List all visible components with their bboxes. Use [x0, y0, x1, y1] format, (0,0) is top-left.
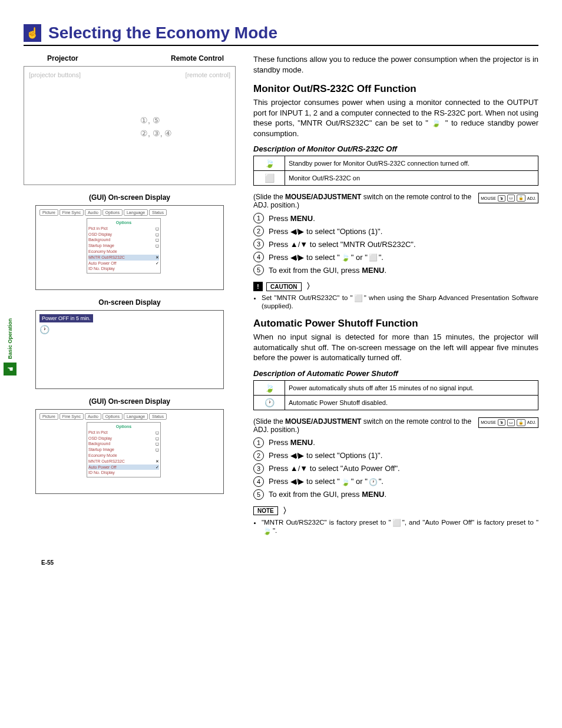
- osd-tab: Audio: [85, 413, 101, 420]
- section1-row2: Monitor Out/RS-232C on: [285, 171, 538, 186]
- osd-menu-title-2: Options: [88, 424, 159, 430]
- osd-menu-item: MNTR Out/RS232C✕: [88, 459, 159, 465]
- note-label: NOTE: [253, 506, 278, 515]
- osd-tab: Options: [103, 413, 123, 420]
- osd-menu-item: Pict in Pict◻: [88, 430, 159, 436]
- page-title: Selecting the Economy Mode: [48, 24, 277, 42]
- section1-heading: Monitor Out/RS-232C Off Function: [253, 83, 538, 95]
- adj-label: ADJ.: [527, 196, 536, 200]
- osd-tab: Options: [103, 209, 123, 216]
- osd-menu-item: Economy Mode: [88, 453, 159, 459]
- poweroff-message: Power OFF in 5 min.: [39, 314, 93, 322]
- osd-menu-item: Auto Power Off✓: [88, 261, 159, 266]
- mouse-label: MOUSE: [481, 196, 496, 200]
- section2-body: When no input signal is detected for mor…: [253, 332, 538, 363]
- note-row: NOTE 〉: [253, 506, 538, 516]
- section1-table: 🍃 Standby power for Monitor Out/RS-232C …: [253, 156, 538, 186]
- section2-row1: Power automatically shuts off after 15 m…: [285, 380, 538, 395]
- adj-label-2: ADJ.: [527, 420, 536, 424]
- leaf-icon: 🍃: [254, 380, 285, 395]
- osd-menu-item: Auto Power Off✓: [88, 465, 159, 470]
- slide-text-1: (Slide the MOUSE/ADJUSTMENT switch on th…: [253, 193, 474, 209]
- osd-tab: Fine Sync: [59, 413, 84, 420]
- osd-menu-item: Startup Image◻: [88, 447, 159, 453]
- osd-menu-item: Background◻: [88, 237, 159, 243]
- osd-tab: Fine Sync: [59, 209, 84, 216]
- osd-tab: Status: [149, 209, 167, 216]
- section1-steps: 1Press MENU. 2Press / to select "Options…: [253, 213, 538, 275]
- osd-tab: Language: [124, 413, 148, 420]
- side-tab-label: Basic Operation: [7, 318, 13, 359]
- projector-remote-diagram: [projector buttons] [remote control] ①, …: [24, 66, 236, 185]
- osd-tab: Language: [124, 209, 148, 216]
- remote-label: Remote Control: [171, 54, 224, 62]
- section1-desc-heading: Description of Monitor Out/RS-232C Off: [253, 144, 538, 153]
- osd-tab: Audio: [85, 209, 101, 216]
- section2-steps: 1Press MENU. 2Press / to select "Options…: [253, 437, 538, 500]
- callout-2-3-4: ②, ③, ④: [140, 127, 173, 140]
- caution-label: CAUTION: [266, 282, 302, 291]
- osd-menu-item: Pict in Pict◻: [88, 226, 159, 232]
- intro-text: These functions allow you to reduce the …: [253, 54, 538, 75]
- osd-menu-item: Background◻: [88, 441, 159, 447]
- gui-osd-label-2: (GUI) On-screen Display: [24, 397, 236, 406]
- osd-menu-item: MNTR Out/RS232C✕: [88, 255, 159, 261]
- osd-tab: Picture: [39, 209, 58, 216]
- osd-menu-item: OSD Display◻: [88, 436, 159, 442]
- onscreen-label: On-screen Display: [24, 298, 236, 307]
- touch-icon: ☝: [24, 24, 41, 42]
- note-text: "MNTR Out/RS232C" is factory preset to "…: [262, 519, 538, 535]
- projector-label: Projector: [47, 54, 78, 62]
- osd-menu-item: Startup Image◻: [88, 243, 159, 249]
- step-callouts: ①, ⑤ ②, ③, ④: [140, 114, 173, 140]
- mouse-adj-switch-1: MOUSE 🖱▭🔒 ADJ.: [478, 193, 538, 203]
- osd-menu-item: ID No. Display: [88, 470, 159, 476]
- clock-icon: 🕐: [39, 325, 220, 334]
- caution-row: ! CAUTION 〉: [253, 281, 538, 292]
- osd-tab: Status: [149, 413, 167, 420]
- section1-body: This projector consumes power when using…: [253, 97, 538, 139]
- mouse-adj-switch-2: MOUSE 🖱▭🔒 ADJ.: [478, 417, 538, 428]
- clock-icon: 🕐: [254, 395, 285, 410]
- osd-menu-title-1: Options: [88, 220, 159, 226]
- gui-osd-1: PictureFine SyncAudioOptionsLanguageStat…: [35, 205, 224, 290]
- section2-row2: Automatic Power Shutoff disabled.: [285, 395, 538, 410]
- section2-heading: Automatic Power Shutoff Function: [253, 318, 538, 330]
- gui-osd-2: PictureFine SyncAudioOptionsLanguageStat…: [35, 409, 224, 494]
- section1-row1: Standby power for Monitor Out/RS-232C co…: [285, 156, 538, 171]
- caution-text: Set "MNTR Out/RS232C" to "⬜" when using …: [262, 294, 538, 309]
- section2-table: 🍃 Power automatically shuts off after 15…: [253, 380, 538, 410]
- hand-icon: ☚: [4, 363, 16, 375]
- poweroff-osd: Power OFF in 5 min. 🕐: [35, 310, 224, 389]
- section2-desc-heading: Description of Automatic Power Shutoff: [253, 369, 538, 378]
- gui-osd-label-1: (GUI) On-screen Display: [24, 193, 236, 202]
- osd-menu-item: OSD Display◻: [88, 232, 159, 238]
- monitor-icon: ⬜: [254, 171, 285, 186]
- warning-icon: !: [253, 282, 263, 291]
- side-tab: Basic Operation ☚: [4, 318, 16, 375]
- leaf-icon: 🍃: [254, 156, 285, 171]
- osd-menu-item: Economy Mode: [88, 249, 159, 255]
- mouse-label-2: MOUSE: [481, 420, 496, 424]
- osd-tab: Picture: [39, 413, 58, 420]
- page-number: E-55: [41, 559, 54, 566]
- title-row: ☝ Selecting the Economy Mode: [24, 24, 538, 46]
- osd-menu-item: ID No. Display: [88, 266, 159, 272]
- callout-1-5: ①, ⑤: [140, 114, 173, 127]
- slide-text-2: (Slide the MOUSE/ADJUSTMENT switch on th…: [253, 417, 474, 434]
